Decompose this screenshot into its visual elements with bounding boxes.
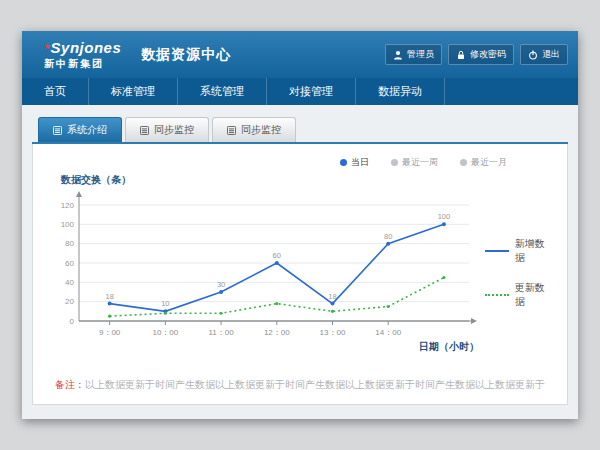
logo: *Synjones 新中新集团 — [44, 40, 121, 70]
svg-text:80: 80 — [65, 239, 74, 248]
legend-label: 更新数据 — [515, 281, 551, 309]
header-actions: 管理员 修改密码 退出 — [385, 44, 568, 65]
svg-text:18: 18 — [328, 292, 336, 301]
svg-text:0: 0 — [70, 317, 75, 326]
svg-text:40: 40 — [65, 278, 74, 287]
legend-line-swatch — [485, 250, 509, 252]
svg-text:80: 80 — [384, 232, 392, 241]
tab-bar: 系统介绍 同步监控 同步监控 — [32, 117, 568, 144]
nav-item-data-change[interactable]: 数据异动 — [356, 78, 445, 105]
filter-last-month[interactable]: 最近一月 — [460, 156, 507, 169]
filter-last-week[interactable]: 最近一周 — [391, 156, 438, 169]
svg-text:60: 60 — [273, 251, 281, 260]
logo-wordmark: *Synjones — [44, 40, 121, 57]
lock-icon — [456, 50, 466, 60]
browser-window: *Synjones 新中新集团 数据资源中心 管理员 修改密码 退出 — [22, 31, 578, 419]
svg-text:日期（小时）: 日期（小时） — [419, 341, 479, 352]
chart-panel: 当日 最近一周 最近一月 数据交换（条） 0204060801001209：00… — [32, 144, 568, 405]
logo-star-icon: * — [44, 41, 50, 56]
power-icon — [528, 50, 538, 60]
line-chart: 0204060801001209：0010：0011：0012：0013：001… — [49, 189, 485, 357]
legend-item-updated-data[interactable]: 更新数据 — [485, 281, 551, 309]
list-icon — [227, 126, 236, 135]
tab-label: 同步监控 — [241, 123, 281, 137]
svg-text:100: 100 — [438, 212, 451, 221]
filter-today[interactable]: 当日 — [340, 156, 369, 169]
logo-subtitle: 新中新集团 — [44, 58, 121, 69]
nav-item-interface-mgmt[interactable]: 对接管理 — [267, 78, 356, 105]
note-label: 备注： — [55, 379, 85, 390]
svg-text:12：00: 12：00 — [264, 328, 290, 337]
filter-label: 最近一月 — [471, 156, 507, 169]
tab-sync-monitor-1[interactable]: 同步监控 — [125, 117, 209, 142]
y-axis-title: 数据交换（条） — [61, 173, 551, 187]
note-text: 以上数据更新于时间产生数据以上数据更新于时间产生数据以上数据更新于时间产生数据以… — [85, 379, 545, 390]
radio-dot-icon — [340, 159, 347, 166]
tab-label: 同步监控 — [154, 123, 194, 137]
svg-text:11：00: 11：00 — [208, 328, 234, 337]
admin-user-label: 管理员 — [407, 48, 434, 61]
svg-text:60: 60 — [65, 259, 74, 268]
chart-filters: 当日 最近一周 最近一月 — [49, 156, 507, 169]
radio-dot-icon — [460, 159, 467, 166]
main-nav: 首页 标准管理 系统管理 对接管理 数据异动 — [22, 78, 578, 105]
page-title: 数据资源中心 — [141, 46, 231, 64]
svg-text:9：00: 9：00 — [99, 328, 121, 337]
change-password-label: 修改密码 — [470, 48, 506, 61]
content-area: 系统介绍 同步监控 同步监控 当日 — [22, 105, 578, 419]
svg-text:120: 120 — [61, 201, 75, 210]
svg-text:10：00: 10：00 — [152, 328, 178, 337]
svg-text:30: 30 — [217, 280, 225, 289]
legend-line-swatch — [485, 294, 509, 296]
svg-text:100: 100 — [61, 220, 75, 229]
admin-user-button[interactable]: 管理员 — [385, 44, 442, 65]
nav-item-home[interactable]: 首页 — [22, 78, 89, 105]
footer-note: 备注：以上数据更新于时间产生数据以上数据更新于时间产生数据以上数据更新于时间产生… — [33, 378, 567, 392]
filter-label: 当日 — [351, 156, 369, 169]
app-header: *Synjones 新中新集团 数据资源中心 管理员 修改密码 退出 — [22, 31, 578, 78]
list-icon — [53, 126, 62, 135]
svg-text:20: 20 — [65, 297, 74, 306]
legend-item-new-data[interactable]: 新增数据 — [485, 237, 551, 265]
nav-item-standard-mgmt[interactable]: 标准管理 — [89, 78, 178, 105]
chart-row: 0204060801001209：0010：0011：0012：0013：001… — [49, 189, 551, 357]
svg-text:13：00: 13：00 — [320, 328, 346, 337]
legend-label: 新增数据 — [515, 237, 551, 265]
logout-button[interactable]: 退出 — [520, 44, 568, 65]
logo-text: Synjones — [51, 39, 122, 56]
chart-legend: 新增数据 更新数据 — [485, 189, 551, 357]
filter-label: 最近一周 — [402, 156, 438, 169]
tab-label: 系统介绍 — [67, 123, 107, 137]
logout-label: 退出 — [542, 48, 560, 61]
nav-item-system-mgmt[interactable]: 系统管理 — [178, 78, 267, 105]
tab-system-intro[interactable]: 系统介绍 — [38, 117, 122, 142]
tab-sync-monitor-2[interactable]: 同步监控 — [212, 117, 296, 142]
change-password-button[interactable]: 修改密码 — [448, 44, 514, 65]
svg-text:18: 18 — [105, 292, 113, 301]
radio-dot-icon — [391, 159, 398, 166]
user-icon — [393, 50, 403, 60]
list-icon — [140, 126, 149, 135]
svg-text:10: 10 — [161, 299, 169, 308]
svg-text:14：00: 14：00 — [375, 328, 401, 337]
